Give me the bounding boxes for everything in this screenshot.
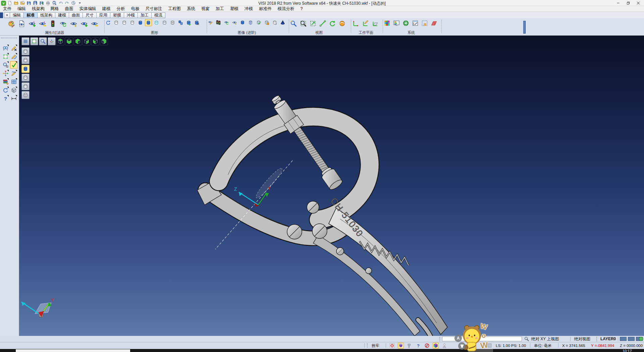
close-button[interactable]	[633, 0, 643, 6]
adv-traffic-button[interactable]	[215, 19, 222, 26]
menu-item-13[interactable]: 加工	[213, 6, 227, 12]
cyl-outline-button-1[interactable]	[21, 56, 30, 64]
color-swatch-1[interactable]	[620, 337, 627, 341]
confirm-check-button[interactable]	[10, 61, 17, 69]
ime-skin-badge[interactable]	[458, 342, 466, 350]
traffic-light-button[interactable]	[48, 19, 57, 28]
zoom-window-button[interactable]	[299, 19, 308, 28]
menu-item-17[interactable]: 模流分析	[275, 6, 298, 12]
wp-axes-plane-button[interactable]	[371, 19, 379, 28]
cube-top-view-button[interactable]	[56, 37, 64, 45]
menu-item-2[interactable]: 线架构	[29, 6, 48, 12]
view-ref-label[interactable]: 绝对视图	[574, 336, 590, 342]
menu-item-1[interactable]: 编辑	[14, 6, 29, 12]
tool-hammer-button[interactable]	[407, 343, 413, 349]
cyl-wire-1-button[interactable]	[113, 19, 120, 26]
menu-item-7[interactable]: 分析	[114, 6, 128, 12]
piece-white-button[interactable]	[441, 343, 447, 349]
help-question-button[interactable]: ?	[2, 95, 9, 102]
cyl-tools-button[interactable]	[193, 19, 200, 26]
select-hand-button[interactable]	[421, 19, 429, 27]
cube-front-view-button[interactable]	[100, 37, 108, 45]
ime-mascot[interactable]: W o W A	[451, 321, 496, 352]
page-eye-button[interactable]	[17, 19, 26, 28]
magnifier-button[interactable]	[39, 37, 47, 45]
menu-item-4[interactable]: 曲面	[62, 6, 76, 12]
edit-delete-button[interactable]	[10, 44, 17, 52]
menu-item-10[interactable]: 工程图	[165, 6, 184, 12]
cube-left-view-button[interactable]	[91, 37, 99, 45]
help-button[interactable]: ?	[415, 343, 421, 349]
cyl-hatched-button-5[interactable]	[21, 91, 30, 99]
cyl-wire-3-button[interactable]	[129, 19, 136, 26]
globe-icon[interactable]	[638, 336, 644, 342]
eye-plus-minus-button[interactable]: ±	[69, 19, 78, 28]
web-globe-button[interactable]	[402, 19, 410, 27]
window-grid-button[interactable]	[10, 78, 17, 85]
restore-button[interactable]	[623, 0, 633, 6]
cyl-blue-button[interactable]	[137, 19, 144, 26]
ribbon-grip[interactable]	[523, 21, 526, 34]
cyl-outline-button-3[interactable]	[21, 74, 30, 82]
adv-cone-button[interactable]	[279, 19, 286, 26]
cube-top-left-view-button[interactable]	[74, 37, 82, 45]
view-search-button[interactable]	[2, 44, 9, 52]
menu-item-12[interactable]: 视窗	[198, 6, 213, 12]
view-refresh-button[interactable]	[328, 19, 337, 28]
list-menu-button[interactable]	[21, 37, 30, 45]
tab-dropdown-button[interactable]: ▼	[4, 12, 10, 18]
left-toolbar-grip[interactable]	[1, 38, 17, 38]
adv-cyl-wire-button[interactable]	[271, 19, 278, 26]
tab-5[interactable]: 尺寸	[83, 12, 97, 18]
grid-red-button[interactable]	[430, 19, 438, 27]
taskbar-app-button[interactable]	[16, 349, 130, 352]
tab-1[interactable]: 标准	[24, 12, 38, 18]
lock-label[interactable]: 拴牢	[372, 342, 379, 349]
cyl-pair-button[interactable]	[177, 19, 184, 26]
search-icon[interactable]	[524, 336, 529, 342]
palette-edit-button[interactable]	[7, 19, 16, 28]
solid-cube-button[interactable]	[10, 86, 17, 94]
eye-remove-button[interactable]	[38, 19, 47, 28]
cube-mode-button[interactable]	[433, 343, 439, 349]
zoom-box-button[interactable]	[2, 61, 9, 69]
color-swatch-2[interactable]	[628, 337, 635, 341]
tab-2[interactable]: 线架构	[38, 12, 55, 18]
cube-right-view-button[interactable]	[83, 37, 91, 45]
tab-0[interactable]: 编辑	[10, 12, 24, 18]
cyl-cyan-button[interactable]	[153, 19, 160, 26]
view-shade-button[interactable]	[338, 19, 346, 28]
adv-cyl-blue-button[interactable]	[239, 19, 246, 26]
menu-item-9[interactable]: 尺寸标注	[143, 6, 165, 12]
adv-cyl-clip-button[interactable]	[263, 19, 270, 26]
view-mode-label[interactable]: 绝对 XY 上视图	[531, 336, 559, 342]
tab-9[interactable]: 加工	[138, 12, 152, 18]
measure-line-button[interactable]	[318, 19, 327, 28]
adv-eye-plus-minus-button[interactable]: ±	[231, 19, 238, 26]
menu-item-5[interactable]: 实体编辑	[76, 6, 99, 12]
cyl-outline-button-4[interactable]	[21, 82, 30, 90]
tab-4[interactable]: 曲面	[69, 12, 83, 18]
menu-item-16[interactable]: 标准件	[256, 6, 275, 12]
adv-eye-pencil-button[interactable]	[207, 19, 214, 26]
layer-colors-button[interactable]	[383, 19, 391, 27]
cyl-hatch-button[interactable]	[169, 19, 176, 26]
menu-item-8[interactable]: 电极	[128, 6, 143, 12]
menu-item-0[interactable]: 文件	[0, 6, 14, 12]
cyl-solid-button-2[interactable]	[21, 65, 30, 73]
layer-selector[interactable]: LAYER0	[600, 336, 616, 342]
cyl-light-button[interactable]	[161, 19, 168, 26]
wp-axes-button[interactable]	[351, 19, 360, 28]
show-plus-button[interactable]	[79, 19, 89, 28]
dimension-button[interactable]	[10, 95, 17, 102]
zoom-dynamic-button[interactable]	[289, 19, 298, 28]
tab-10[interactable]: 模流	[152, 12, 165, 18]
tab-8[interactable]: 冲模	[124, 12, 138, 18]
screen-config-button[interactable]	[392, 19, 400, 27]
adv-cyl-stripe-button[interactable]	[247, 19, 254, 26]
redraw-button[interactable]	[105, 19, 112, 26]
minimize-button[interactable]	[613, 0, 623, 6]
eye-add-button[interactable]	[28, 19, 37, 28]
eye-refresh-button[interactable]	[59, 19, 68, 28]
hide-minus-button[interactable]	[90, 19, 99, 28]
